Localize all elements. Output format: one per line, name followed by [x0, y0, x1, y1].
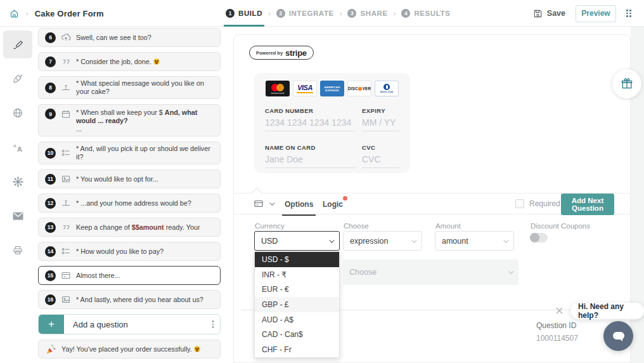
expression-select[interactable]: expression — [343, 231, 422, 251]
rail-item-globe[interactable] — [3, 99, 32, 127]
rewards-button[interactable] — [612, 69, 641, 98]
discover-logo: DISCVER — [347, 81, 371, 96]
card-number-input[interactable]: 1234 1234 1234 1234 — [265, 117, 356, 131]
design-brush-icon — [12, 73, 23, 84]
close-icon[interactable] — [554, 305, 565, 316]
step-separator: › — [340, 10, 342, 17]
currency-option-aud[interactable]: AUD - A$ — [255, 312, 339, 327]
rail-item-compose[interactable] — [3, 30, 32, 58]
pointer-notch — [252, 188, 262, 199]
tab-options[interactable]: Options — [285, 194, 313, 215]
card-number-label: CARD NUMBER — [265, 107, 313, 114]
choose-select-disabled[interactable]: Choose — [343, 260, 518, 285]
payment-card-preview: mastercard VISA AMERICAN EXPRESS DISCVER… — [254, 73, 410, 173]
expiry-label: EXPIRY — [362, 107, 385, 114]
chat-launcher-button[interactable] — [603, 321, 633, 351]
heart-eyes-face-emoji — [194, 346, 200, 352]
text-input-icon — [61, 198, 71, 208]
question-item-10[interactable]: 10 * And, will you pick it up or should … — [38, 142, 221, 164]
question-type-selector[interactable] — [253, 199, 273, 209]
settings-gear-icon — [12, 176, 24, 188]
kebab-menu-icon[interactable] — [626, 10, 631, 17]
step-build[interactable]: 1 BUILD — [226, 0, 262, 27]
add-next-question-button[interactable]: Add Next Question — [561, 194, 614, 215]
currency-option-cad[interactable]: CAD - Can$ — [255, 327, 339, 342]
question-item-14[interactable]: 14 * How would you like to pay? — [38, 242, 221, 261]
currency-option-chf[interactable]: CHF - Fr — [255, 342, 339, 357]
cvc-input[interactable]: CVC — [362, 154, 399, 168]
tab-logic[interactable]: Logic — [323, 194, 343, 215]
chevron-down-icon — [269, 200, 274, 205]
image-icon — [61, 294, 71, 305]
credit-card-icon — [61, 270, 71, 280]
smiley-face-emoji — [153, 58, 160, 65]
question-number: 16 — [45, 294, 56, 305]
question-item-11[interactable]: 11 * You would like to opt for... — [38, 169, 221, 188]
currency-select[interactable]: USD — [254, 231, 340, 251]
calendar-icon — [61, 109, 71, 119]
question-item-13[interactable]: 13 Keep a change of $$amount ready. Your — [38, 218, 221, 237]
svg-text:A: A — [17, 145, 22, 153]
add-question-kebab-icon[interactable] — [212, 320, 214, 327]
question-item-15-selected[interactable]: 15 Almost there... — [38, 266, 221, 285]
question-item-6[interactable]: 6 Swell, can we see it too? — [38, 28, 221, 47]
preview-button[interactable]: Preview — [576, 5, 616, 22]
amount-select[interactable]: amount — [435, 231, 514, 251]
name-on-card-label: NAME ON CARD — [265, 144, 316, 151]
text-input-icon — [61, 82, 71, 93]
question-number: 13 — [45, 222, 56, 233]
question-number: 8 — [45, 82, 56, 93]
expiry-input[interactable]: MM / YY — [362, 117, 399, 131]
step-integrate[interactable]: 2 INTEGRATE — [276, 0, 334, 27]
home-icon[interactable] — [9, 8, 20, 19]
question-number: 14 — [45, 246, 56, 257]
question-number: 15 — [45, 270, 56, 281]
step-separator: › — [394, 10, 396, 17]
plus-icon[interactable]: + — [39, 314, 64, 334]
mastercard-logo: mastercard — [266, 81, 290, 96]
step-share[interactable]: 3 SHARE — [347, 0, 387, 27]
currency-option-inr[interactable]: INR - ₹ — [255, 267, 339, 282]
app-window: › Cake Order Form 1 BUILD › 2 INTEGRATE … — [0, 0, 644, 363]
currency-option-usd[interactable]: USD - $ — [255, 252, 339, 267]
rail-item-settings[interactable] — [3, 168, 32, 195]
question-list: 6 Swell, can we see it too? 7 * Consider… — [38, 28, 221, 363]
discount-coupons-toggle[interactable] — [531, 233, 548, 242]
gift-icon — [621, 77, 633, 90]
diners-club-logo: Diners Club — [375, 81, 399, 96]
question-item-9[interactable]: 9 * When shall we keep your $ And, what … — [38, 104, 221, 136]
question-number: 11 — [45, 174, 56, 185]
question-item-7[interactable]: 7 * Consider the job, done. — [38, 52, 221, 71]
step-results[interactable]: 4 RESULTS — [401, 0, 450, 27]
currency-option-eur[interactable]: EUR - € — [255, 282, 339, 297]
rail-item-email[interactable] — [3, 202, 32, 230]
add-question-button[interactable]: + Add a question — [38, 314, 221, 334]
form-title: Cake Order Form — [35, 9, 104, 18]
notification-dot — [343, 196, 347, 201]
name-on-card-input[interactable]: Jane Doe — [265, 154, 356, 168]
required-checkbox[interactable] — [515, 199, 524, 208]
toggle-knob — [530, 233, 539, 242]
save-floppy-icon — [533, 9, 543, 18]
top-bar: › Cake Order Form 1 BUILD › 2 INTEGRATE … — [0, 0, 644, 27]
rail-item-print[interactable] — [3, 236, 32, 264]
translate-icon: aA — [12, 142, 24, 154]
globe-icon — [12, 107, 23, 119]
help-tooltip[interactable]: Hi. Need any help? — [570, 303, 644, 319]
breadcrumb-separator: › — [26, 10, 29, 17]
rail-item-design[interactable] — [3, 65, 32, 93]
rail-item-translate[interactable]: aA — [3, 133, 32, 161]
save-button[interactable]: Save — [533, 9, 565, 18]
currency-option-gbp[interactable]: GBP - £ — [255, 297, 339, 312]
question-item-8[interactable]: 8 * What special message would you like … — [38, 76, 221, 99]
quote-icon — [61, 56, 71, 67]
tool-rail: aA — [0, 27, 35, 363]
stripe-logo: stripe — [285, 48, 307, 58]
svg-text:a: a — [13, 142, 16, 148]
currency-label: Currency — [255, 222, 285, 230]
question-item-12[interactable]: 12 * ...and your home address would be? — [38, 194, 221, 213]
ending-item-1[interactable]: Yay! You've placed your order successful… — [38, 340, 221, 359]
question-id-value: 1000114507 — [536, 334, 578, 343]
question-item-16[interactable]: 16 * And lastly, where did you hear abou… — [38, 290, 221, 309]
powered-by-stripe-badge: Powered by stripe — [249, 46, 314, 60]
